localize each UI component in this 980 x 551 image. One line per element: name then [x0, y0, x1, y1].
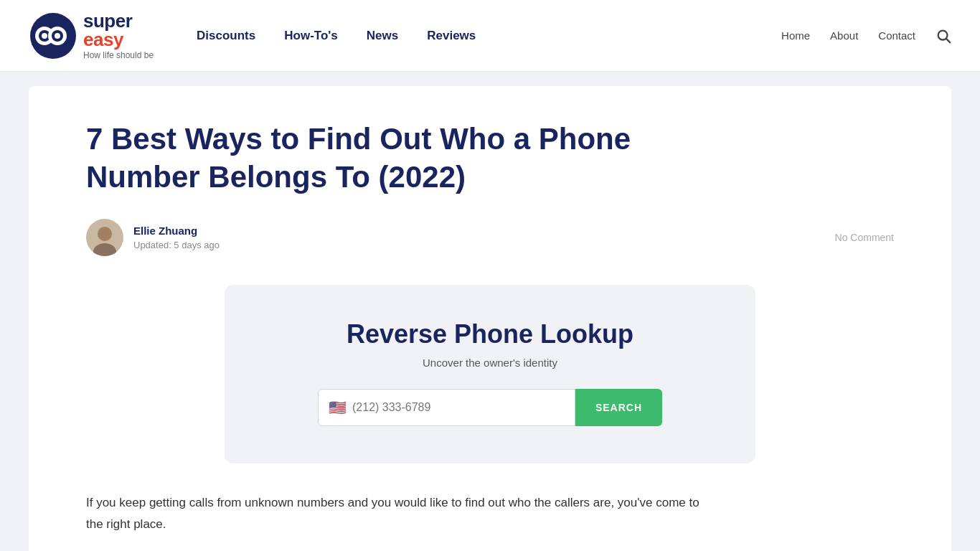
- us-flag-icon: 🇺🇸: [329, 400, 347, 415]
- lookup-form: 🇺🇸 SEARCH: [318, 389, 662, 426]
- secondary-nav: Home About Contact: [781, 28, 951, 44]
- logo-super: super: [83, 11, 132, 30]
- search-icon-button[interactable]: [936, 28, 951, 44]
- svg-line-8: [946, 39, 950, 42]
- site-logo[interactable]: super easy How life should be: [29, 11, 154, 60]
- svg-point-9: [98, 227, 112, 241]
- no-comment-label: No Comment: [835, 232, 894, 243]
- search-icon: [936, 28, 951, 44]
- article-title: 7 Best Ways to Find Out Who a Phone Numb…: [86, 121, 631, 196]
- author-row: Ellie Zhuang Updated: 5 days ago No Comm…: [86, 219, 894, 256]
- avatar-silhouette: [92, 225, 118, 256]
- site-header: super easy How life should be Discounts …: [0, 0, 980, 72]
- author-name: Ellie Zhuang: [133, 225, 220, 237]
- phone-input[interactable]: [352, 401, 565, 414]
- lookup-subtitle: Uncover the owner's identity: [253, 357, 727, 369]
- main-wrapper: 7 Best Ways to Find Out Who a Phone Numb…: [0, 72, 980, 551]
- author-updated: Updated: 5 days ago: [133, 240, 220, 250]
- nav-news[interactable]: News: [367, 29, 398, 43]
- phone-input-wrapper: 🇺🇸: [318, 389, 575, 426]
- nav-discounts[interactable]: Discounts: [197, 29, 255, 43]
- logo-text: super easy How life should be: [83, 11, 154, 60]
- logo-tagline: How life should be: [83, 50, 154, 60]
- svg-point-6: [55, 33, 60, 39]
- nav-howtos[interactable]: How-To's: [284, 29, 338, 43]
- logo-easy: easy: [83, 30, 154, 49]
- article-body: If you keep getting calls from unknown n…: [86, 492, 703, 535]
- svg-point-3: [42, 33, 47, 39]
- nav-about[interactable]: About: [830, 29, 858, 42]
- nav-reviews[interactable]: Reviews: [427, 29, 476, 43]
- content-card: 7 Best Ways to Find Out Who a Phone Numb…: [29, 86, 951, 551]
- svg-point-10: [93, 243, 116, 256]
- nav-contact[interactable]: Contact: [878, 29, 915, 42]
- lookup-title: Reverse Phone Lookup: [253, 319, 727, 349]
- logo-icon: [29, 11, 77, 60]
- lookup-widget: Reverse Phone Lookup Uncover the owner's…: [225, 285, 755, 463]
- author-avatar: [86, 219, 123, 256]
- nav-home[interactable]: Home: [781, 29, 810, 42]
- search-button[interactable]: SEARCH: [575, 389, 662, 426]
- article-intro: If you keep getting calls from unknown n…: [86, 492, 703, 535]
- author-info-left: Ellie Zhuang Updated: 5 days ago: [86, 219, 220, 256]
- author-details: Ellie Zhuang Updated: 5 days ago: [133, 225, 220, 250]
- primary-nav: Discounts How-To's News Reviews: [197, 29, 781, 43]
